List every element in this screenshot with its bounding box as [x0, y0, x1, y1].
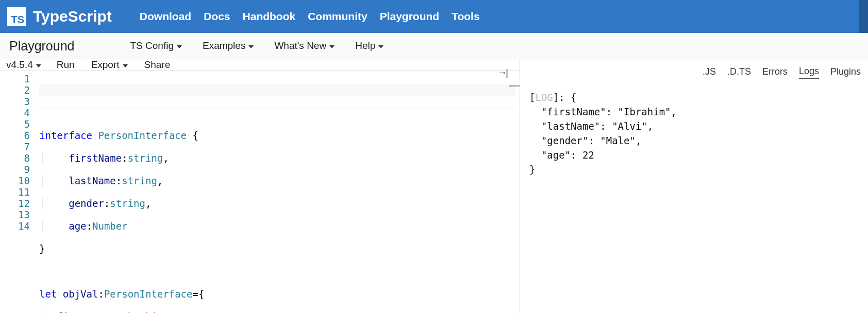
- nav-tools[interactable]: Tools: [450, 10, 480, 23]
- nav-download[interactable]: Download: [139, 10, 192, 23]
- tab-dts[interactable]: .D.TS: [727, 66, 751, 78]
- ts-logo: TS: [7, 7, 26, 26]
- chevron-down-icon: [177, 45, 182, 48]
- brand: TypeScript: [33, 8, 112, 25]
- code-editor[interactable]: 1234567 891011121314 interface PersonInt…: [0, 71, 520, 313]
- nav-playground[interactable]: Playground: [379, 10, 441, 23]
- tab-plugins[interactable]: Plugins: [830, 66, 861, 78]
- editor-toolbar: v4.5.4 Run Export Share →|: [0, 59, 520, 71]
- code-area[interactable]: interface PersonInterface { │ firstName:…: [39, 73, 520, 313]
- nav-docs[interactable]: Docs: [203, 10, 231, 23]
- chevron-down-icon: [123, 64, 128, 67]
- nav-handbook[interactable]: Handbook: [242, 10, 297, 23]
- run-button[interactable]: Run: [57, 59, 75, 71]
- version-dropdown[interactable]: v4.5.4: [6, 59, 41, 71]
- menu-tsconfig[interactable]: TS Config: [130, 40, 181, 51]
- chevron-down-icon: [378, 45, 383, 48]
- subbar: Playground TS Config Examples What's New…: [0, 33, 868, 59]
- menu-whatsnew[interactable]: What's New: [274, 40, 335, 51]
- logs-output: [LOG]: { "firstName": "Ibrahim", "lastNa…: [520, 85, 868, 313]
- menu-help[interactable]: Help: [355, 40, 383, 51]
- tab-logs[interactable]: Logs: [799, 66, 819, 79]
- output-panel: .JS .D.TS Errors Logs Plugins [LOG]: { "…: [520, 59, 868, 313]
- tab-errors[interactable]: Errors: [762, 66, 788, 78]
- right-strip: [859, 0, 868, 33]
- line-gutter: 1234567 891011121314: [0, 73, 39, 313]
- nav-community[interactable]: Community: [307, 10, 369, 23]
- export-button[interactable]: Export: [91, 59, 128, 71]
- sub-nav: TS Config Examples What's New Help: [130, 40, 383, 51]
- menu-examples[interactable]: Examples: [203, 40, 254, 51]
- editor-panel: v4.5.4 Run Export Share →| 1234567 89101…: [0, 59, 520, 313]
- share-button[interactable]: Share: [144, 59, 171, 71]
- chevron-down-icon: [329, 45, 335, 48]
- output-tabs: .JS .D.TS Errors Logs Plugins: [520, 59, 868, 85]
- chevron-down-icon: [36, 64, 41, 67]
- page-title: Playground: [9, 39, 74, 54]
- tab-js[interactable]: .JS: [703, 66, 716, 78]
- top-nav: Download Docs Handbook Community Playgro…: [139, 10, 481, 23]
- chevron-down-icon: [248, 45, 254, 48]
- topbar: TS TypeScript Download Docs Handbook Com…: [0, 0, 868, 33]
